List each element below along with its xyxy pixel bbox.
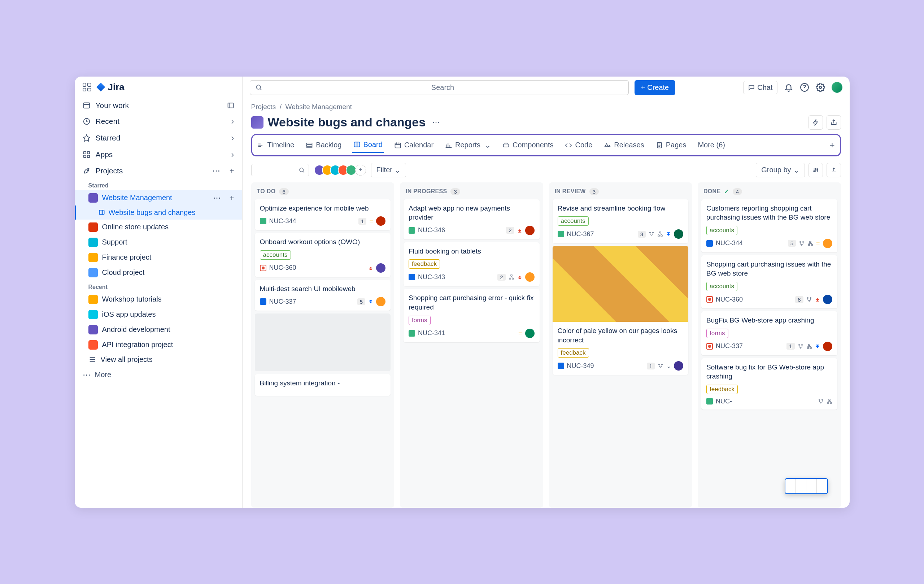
column-header[interactable]: DONE✓4 [701, 186, 837, 199]
assignee-avatar[interactable] [376, 263, 386, 273]
board-card[interactable]: Adapt web app no new payments providerNU… [404, 199, 540, 240]
create-button[interactable]: + Create [635, 80, 676, 95]
board-card[interactable]: Customers reporting shopping cart purcha… [701, 199, 837, 253]
label-chip[interactable]: accounts [706, 226, 738, 235]
issue-key[interactable]: NUC-341 [418, 329, 445, 337]
tab-pages[interactable]: Pages [654, 138, 688, 152]
label-chip[interactable]: forms [706, 329, 728, 338]
filter-button[interactable]: Filter⌄ [371, 163, 406, 177]
breadcrumb-current[interactable]: Website Management [285, 103, 352, 111]
sidebar-project-item[interactable]: Finance project [75, 250, 242, 265]
board-card[interactable]: BugFix BG Web-store app crashingformsNUC… [701, 311, 837, 356]
issue-key[interactable]: NUC-337 [716, 342, 743, 350]
title-more-icon[interactable] [432, 118, 441, 127]
assignee-avatar[interactable] [525, 272, 535, 282]
column-header[interactable]: IN PROGRESS3 [404, 186, 540, 199]
tab-calendar[interactable]: Calendar [393, 138, 435, 152]
profile-avatar[interactable] [832, 82, 842, 93]
board-card[interactable]: Revise and streamline booking flowaccoun… [553, 199, 689, 243]
issue-key[interactable]: NUC-344 [269, 217, 296, 225]
assignee-avatar[interactable] [823, 239, 832, 248]
sidebar-project-item[interactable]: Support [75, 235, 242, 250]
projects-more-icon[interactable] [212, 166, 221, 175]
nav-apps[interactable]: Apps [75, 146, 242, 163]
automation-button[interactable] [808, 115, 823, 130]
sidebar-project-item[interactable]: Android development [75, 322, 242, 337]
label-chip[interactable]: accounts [260, 250, 291, 260]
bell-icon[interactable] [784, 83, 793, 92]
tab-reports[interactable]: Reports⌄ [444, 138, 492, 152]
label-chip[interactable]: forms [409, 316, 431, 325]
settings-icon[interactable] [816, 83, 825, 92]
tab-more-[interactable]: More (6) [696, 138, 726, 152]
board-card[interactable]: Color of pale yellow on our pages looks … [553, 246, 689, 375]
assignee-avatar[interactable] [376, 216, 386, 226]
tab-code[interactable]: Code [563, 138, 594, 152]
breadcrumb-root[interactable]: Projects [251, 103, 276, 111]
issue-key[interactable]: NUC-344 [716, 240, 743, 247]
board-card[interactable]: Shopping cart purchasing error - quick f… [404, 289, 540, 342]
sidebar-project-item[interactable]: Cloud project [75, 265, 242, 280]
settings-sliders-button[interactable] [808, 163, 823, 177]
nav-recent[interactable]: Recent [75, 113, 242, 130]
assignee-avatar[interactable] [674, 229, 683, 239]
issue-key[interactable]: NUC-337 [269, 298, 296, 306]
assignee-avatar[interactable] [823, 342, 832, 351]
app-switcher-icon[interactable] [82, 83, 91, 91]
assignee-avatar[interactable] [376, 297, 386, 306]
jira-logo[interactable]: Jira [96, 82, 125, 93]
add-project-icon[interactable] [229, 166, 234, 175]
tab-components[interactable]: Components [501, 138, 555, 152]
label-chip[interactable]: accounts [706, 282, 738, 291]
nav-your-work[interactable]: Your work [75, 98, 242, 113]
label-chip[interactable]: feedback [558, 348, 589, 357]
tab-releases[interactable]: Releases [602, 138, 645, 152]
label-chip[interactable]: feedback [409, 259, 440, 269]
assignee-avatar[interactable] [674, 361, 683, 371]
board-card[interactable]: Optimize experience for mobile webNUC-34… [255, 199, 391, 230]
board-card[interactable]: Software bug fix for BG Web-store app cr… [701, 358, 837, 410]
label-chip[interactable]: accounts [558, 216, 589, 226]
board-card[interactable]: Multi-dest search UI mobilewebNUC-3375 [255, 280, 391, 311]
add-assignee-icon[interactable]: + [355, 165, 366, 175]
sidebar-project-item[interactable]: Website Management [75, 190, 242, 205]
column-header[interactable]: IN REVIEW3 [553, 186, 689, 199]
board-card[interactable]: Onboard workout options (OWO)accountsNUC… [255, 233, 391, 277]
board-card[interactable]: Fluid booking on tabletsfeedbackNUC-3432 [404, 242, 540, 286]
label-chip[interactable]: feedback [706, 385, 738, 394]
share-button[interactable] [827, 115, 841, 130]
collapse-icon[interactable] [227, 102, 234, 109]
assignee-avatar[interactable] [525, 329, 535, 338]
project-more-icon[interactable] [213, 193, 222, 203]
search-input[interactable]: Search [250, 80, 629, 95]
sidebar-project-item[interactable]: Workshop tutorials [75, 292, 242, 307]
chat-button[interactable]: Chat [743, 81, 777, 94]
issue-key[interactable]: NUC-349 [567, 362, 594, 370]
nav-projects[interactable]: Projects [75, 163, 242, 179]
sidebar-project-item[interactable]: View all projects [75, 352, 242, 367]
assignee-avatar[interactable] [823, 295, 832, 304]
sidebar-project-item[interactable]: Online store updates [75, 220, 242, 235]
board-search[interactable] [251, 164, 309, 176]
issue-key[interactable]: NUC-360 [269, 264, 296, 271]
board-card[interactable]: Billing system integration - [255, 374, 391, 396]
chevron-down-icon[interactable]: ⌄ [666, 362, 671, 369]
tab-backlog[interactable]: Backlog [304, 138, 343, 152]
column-header[interactable]: TO DO6 [255, 186, 391, 199]
assignee-avatar[interactable] [525, 226, 535, 235]
tab-board[interactable]: Board [352, 137, 384, 153]
issue-key[interactable]: NUC- [716, 398, 732, 405]
help-icon[interactable] [800, 83, 809, 92]
sidebar-project-item[interactable]: iOS app updates [75, 307, 242, 322]
tab-timeline[interactable]: Timeline [256, 138, 296, 152]
add-view-button[interactable]: + [828, 137, 836, 153]
issue-key[interactable]: NUC-346 [418, 227, 445, 234]
issue-key[interactable]: NUC-343 [418, 273, 445, 281]
nav-more[interactable]: More [75, 367, 242, 383]
sidebar-board-subitem[interactable]: Website bugs and changes [75, 205, 242, 220]
sidebar-project-item[interactable]: API integration project [75, 337, 242, 352]
board-card[interactable]: Shopping cart purchasing issues with the… [701, 255, 837, 308]
issue-key[interactable]: NUC-360 [716, 296, 743, 303]
nav-starred[interactable]: Starred [75, 130, 242, 146]
issue-key[interactable]: NUC-367 [567, 230, 594, 238]
